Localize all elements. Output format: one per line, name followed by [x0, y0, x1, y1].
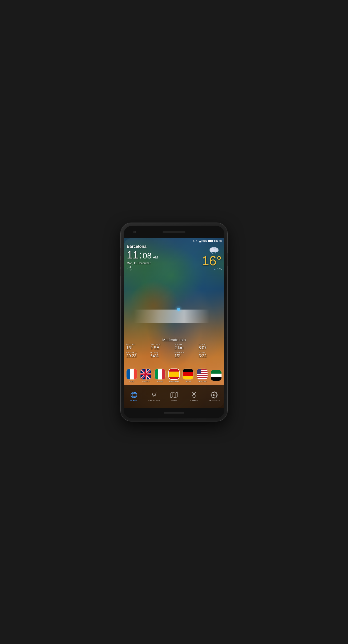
flag-barcelona	[168, 369, 180, 380]
flag-rome	[154, 369, 166, 380]
visibility-label: Visibility	[175, 343, 198, 345]
nav-settings-label: SETTINGS	[209, 399, 220, 402]
feels-like-value: 16°	[126, 345, 149, 350]
city-newyork-label: New York	[198, 380, 207, 382]
city-rome[interactable]: Rome	[153, 369, 167, 382]
cities-icon	[191, 391, 198, 398]
svg-point-33	[193, 393, 195, 395]
cloud-rain-icon	[208, 245, 222, 254]
speaker	[163, 231, 185, 233]
svg-line-3	[129, 269, 130, 269]
svg-point-1	[128, 268, 129, 269]
svg-point-26	[152, 393, 155, 396]
city-paris-label: Paris	[130, 380, 134, 382]
phone-device: ⊕ ∿ 89% 2:08 PM Barcel	[121, 223, 227, 421]
nav-forecast-label: FORECAST	[148, 399, 160, 402]
city-barcelona[interactable]: Barcelona	[167, 369, 181, 382]
signal-bar-2	[199, 241, 200, 242]
battery-percent: 89%	[202, 240, 207, 242]
humidity-percent: 70%	[216, 267, 222, 270]
svg-point-7	[214, 248, 218, 252]
city-berlin-label: Berlin	[185, 380, 191, 382]
svg-line-4	[129, 267, 130, 268]
svg-point-2	[130, 269, 131, 270]
snow-overlay	[134, 310, 209, 323]
wind-label: Wind (m/s)	[150, 343, 173, 345]
nav-cities[interactable]: CITIES	[184, 391, 204, 402]
feels-like-label: Feels like	[126, 343, 149, 345]
pressure-value: 29.23	[126, 354, 149, 358]
time-ampm: AM	[153, 255, 158, 259]
nav-forecast[interactable]: FORECAST	[144, 391, 164, 402]
camera	[133, 231, 136, 233]
screen: ⊕ ∿ 89% 2:08 PM Barcel	[124, 238, 224, 408]
phone-screen: ⊕ ∿ 89% 2:08 PM Barcel	[124, 226, 224, 418]
flag-berlin	[182, 369, 194, 380]
time-hours: 11	[127, 250, 139, 260]
time-minutes: 08	[143, 251, 152, 260]
svg-point-0	[130, 267, 131, 268]
cities-row: Paris	[124, 369, 224, 382]
flag-paris	[126, 369, 137, 380]
city-london-label: London	[143, 380, 149, 382]
status-icons: ⊕ ∿ 89% 2:08 PM	[193, 239, 222, 242]
bottom-bezel	[124, 408, 224, 418]
sunset-label: Sunset	[199, 351, 222, 354]
nav-settings[interactable]: SETTINGS	[204, 391, 224, 402]
continent-africa	[129, 281, 179, 331]
city-name: Barcelona	[127, 244, 158, 249]
nav-maps-label: MAPS	[171, 399, 177, 402]
condition-text: Moderate rain	[124, 338, 224, 342]
nav-cities-label: CITIES	[191, 399, 198, 402]
signal-bar-3	[200, 241, 201, 242]
sunset-stat: Sunset 5:22	[199, 351, 222, 358]
flag-london	[140, 369, 151, 380]
sunrise-stat: Sunrise 8:07	[199, 343, 222, 350]
weather-top-left: Barcelona 11 : 08 AM Mon, 11 December	[127, 244, 158, 265]
sunrise-label: Sunrise	[199, 343, 222, 345]
location-dot	[177, 308, 180, 311]
city-extra[interactable]	[210, 370, 223, 381]
wind-value: 9 SE	[150, 345, 173, 350]
visibility-stat: Visibility 2 km	[175, 343, 198, 350]
forecast-icon	[150, 391, 157, 398]
nav-home[interactable]: HOME	[124, 391, 144, 402]
weather-top-right: 16° ● 70%	[202, 245, 222, 270]
dewpoint-stat: Dew Point 15°	[175, 351, 198, 358]
humidity-stat-value: 64%	[150, 354, 173, 358]
time-display: 11 : 08 AM	[127, 249, 158, 261]
signal-bar-1	[199, 242, 199, 242]
share-icon[interactable]	[127, 266, 132, 272]
wind-stat: Wind (m/s) 9 SE	[150, 343, 173, 350]
home-bar	[164, 412, 184, 413]
date-text: Mon, 11 December	[127, 262, 158, 265]
status-bar: ⊕ ∿ 89% 2:08 PM	[124, 238, 224, 244]
city-london[interactable]: London	[139, 369, 152, 382]
sunrise-value: 8:07	[199, 345, 222, 350]
city-newyork[interactable]: New York	[195, 369, 209, 382]
home-globe-icon	[130, 391, 137, 398]
weather-stats: Feels like 16° Wind (m/s) 9 SE Visibilit…	[126, 343, 222, 358]
top-bezel	[124, 226, 224, 238]
settings-icon	[211, 391, 218, 398]
pressure-label: Pressure (")	[126, 351, 149, 354]
pressure-stat: Pressure (") 29.23	[126, 351, 149, 358]
humidity-stat-label: Humidity	[150, 351, 173, 354]
nav-maps[interactable]: MAPS	[164, 391, 184, 402]
city-berlin[interactable]: Berlin	[181, 369, 195, 382]
flag-extra	[211, 370, 222, 381]
cloud-container	[202, 245, 222, 254]
dewpoint-value: 15°	[175, 354, 198, 358]
status-time: 2:08 PM	[214, 240, 222, 242]
dewpoint-label: Dew Point	[175, 351, 198, 354]
wifi-icon: ∿	[196, 240, 198, 242]
sunset-value: 5:22	[199, 354, 222, 358]
visibility-value: 2 km	[175, 345, 198, 350]
nav-home-label: HOME	[130, 399, 137, 402]
time-colon: :	[139, 249, 142, 261]
maps-icon	[170, 391, 178, 398]
svg-marker-30	[171, 392, 177, 398]
humidity-stat: Humidity 64%	[150, 351, 173, 358]
signal-bars	[199, 239, 201, 242]
city-paris[interactable]: Paris	[125, 369, 138, 382]
